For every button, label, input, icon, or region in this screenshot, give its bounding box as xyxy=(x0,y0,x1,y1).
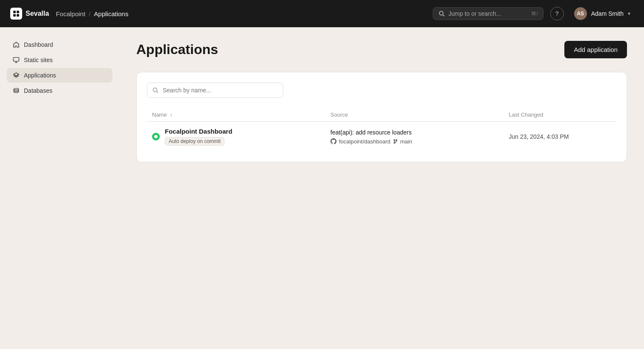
table-cell-name: Focalpoint Dashboard Auto deploy on comm… xyxy=(147,122,325,152)
chevron-down-icon: ▾ xyxy=(628,11,630,17)
page-title: Applications xyxy=(136,42,218,57)
breadcrumb-separator: / xyxy=(89,10,90,17)
svg-point-14 xyxy=(394,142,395,143)
branch-name: main xyxy=(400,138,412,145)
home-icon xyxy=(13,41,20,48)
sidebar-item-applications-label: Applications xyxy=(24,72,56,79)
svg-point-9 xyxy=(14,89,19,90)
branch-badge: main xyxy=(393,138,412,145)
table-header: Name ↑ Source Last Changed xyxy=(147,108,616,122)
search-wrap xyxy=(147,83,283,98)
search-placeholder-text: Jump to or search... xyxy=(448,10,501,17)
col-source: Source xyxy=(325,108,504,122)
page-header: Applications Add application xyxy=(136,41,627,58)
status-wrap: Focalpoint Dashboard Auto deploy on comm… xyxy=(152,128,320,146)
add-application-button[interactable]: Add application xyxy=(564,41,627,58)
breadcrumb: Focalpoint / Applications xyxy=(56,10,128,17)
main-content: Applications Add application Name ↑ xyxy=(119,27,644,349)
table-body: Focalpoint Dashboard Auto deploy on comm… xyxy=(147,122,616,152)
sidebar-item-applications[interactable]: Applications xyxy=(7,68,112,83)
svg-rect-2 xyxy=(13,14,16,17)
applications-table: Name ↑ Source Last Changed xyxy=(147,108,616,152)
breadcrumb-project[interactable]: Focalpoint xyxy=(56,10,85,17)
app-name: Focalpoint Dashboard xyxy=(165,128,232,135)
search-icon xyxy=(438,10,445,17)
search-by-name-input[interactable] xyxy=(147,83,283,98)
status-indicator xyxy=(152,133,160,140)
database-icon xyxy=(13,87,20,94)
svg-rect-1 xyxy=(17,11,19,13)
svg-point-12 xyxy=(394,140,395,140)
sidebar-item-static-sites-label: Static sites xyxy=(24,57,53,63)
col-name: Name ↑ xyxy=(147,108,325,122)
user-name: Adam Smith xyxy=(591,10,624,17)
svg-rect-6 xyxy=(14,57,19,61)
table-cell-source: feat(api): add resource loaders focalpoi… xyxy=(325,122,504,152)
global-search[interactable]: Jump to or search... ⌘/ xyxy=(433,7,543,20)
sidebar-item-static-sites[interactable]: Static sites xyxy=(7,53,112,67)
breadcrumb-current: Applications xyxy=(94,10,129,17)
svg-point-13 xyxy=(396,140,397,140)
source-details: focalpoint/dashboard main xyxy=(331,138,499,145)
brand-name: Sevalla xyxy=(26,10,49,17)
source-commit: feat(api): add resource loaders xyxy=(331,129,499,136)
repo-name: focalpoint/dashboard xyxy=(339,138,391,145)
svg-rect-0 xyxy=(13,11,16,13)
svg-rect-3 xyxy=(17,14,19,17)
table-cell-last-changed: Jun 23, 2024, 4:03 PM xyxy=(504,122,617,152)
monitor-icon xyxy=(13,57,20,63)
user-menu[interactable]: AS Adam Smith ▾ xyxy=(571,6,634,22)
last-changed-date: Jun 23, 2024, 4:03 PM xyxy=(509,133,569,140)
layers-icon xyxy=(13,72,20,79)
sidebar-item-dashboard[interactable]: Dashboard xyxy=(7,37,112,52)
avatar: AS xyxy=(574,7,587,20)
col-last-changed: Last Changed xyxy=(504,108,617,122)
logo-icon xyxy=(10,8,22,20)
svg-point-4 xyxy=(439,11,443,15)
sidebar-item-databases-label: Databases xyxy=(24,87,52,94)
svg-line-5 xyxy=(443,15,444,17)
app-badge: Auto deploy on commit xyxy=(165,137,224,146)
sidebar-item-dashboard-label: Dashboard xyxy=(24,41,53,48)
sidebar: Dashboard Static sites Applications xyxy=(0,27,119,349)
search-kbd: ⌘/ xyxy=(531,11,538,17)
github-icon xyxy=(331,138,336,144)
topnav: Sevalla Focalpoint / Applications Jump t… xyxy=(0,0,644,27)
brand-logo[interactable]: Sevalla xyxy=(10,8,49,20)
search-icon-input xyxy=(152,87,159,94)
svg-point-10 xyxy=(153,88,157,92)
sort-icon: ↑ xyxy=(170,112,172,117)
svg-line-11 xyxy=(157,92,158,93)
branch-icon xyxy=(393,139,398,144)
applications-card: Name ↑ Source Last Changed xyxy=(136,72,627,162)
sidebar-item-databases[interactable]: Databases xyxy=(7,83,112,98)
table-row[interactable]: Focalpoint Dashboard Auto deploy on comm… xyxy=(147,122,616,152)
help-button[interactable]: ? xyxy=(550,7,564,20)
